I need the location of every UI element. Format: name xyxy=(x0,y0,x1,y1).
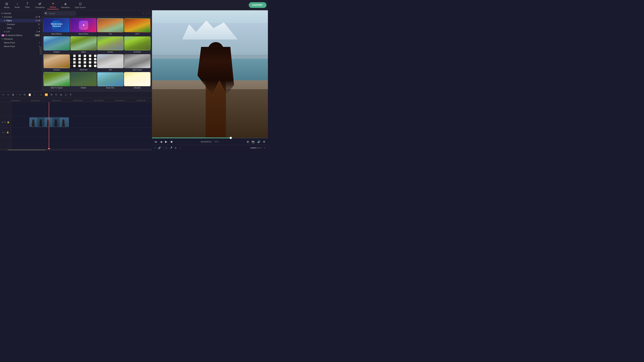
undo-button[interactable]: ↩ xyxy=(2,93,5,96)
color-button[interactable]: ⬡ xyxy=(64,93,68,96)
skip-back-button[interactable]: ⏮ xyxy=(154,140,158,144)
titles-label: Titles xyxy=(25,6,30,8)
export-button[interactable]: EXPORT xyxy=(249,2,266,8)
transform-button[interactable]: ⊞ xyxy=(59,93,63,96)
effect-thumbnail: WondershareFilmstock xyxy=(44,18,70,32)
effect-item-amplash[interactable]: AmPlash xyxy=(124,36,150,54)
sidebar-item-utility[interactable]: Utility 9 xyxy=(0,26,42,30)
copy-button[interactable]: ⧉ xyxy=(23,93,26,96)
person-in-frame xyxy=(40,119,42,127)
clip-frame xyxy=(52,118,60,127)
freeze-button[interactable]: ❄ xyxy=(50,93,53,96)
sidebar-item-meow1[interactable]: Meow Pack 3 xyxy=(0,41,42,44)
sidebar-item-meow2[interactable]: Meow Pack 3 xyxy=(0,44,42,48)
sidebar-item-label: Filmstock xyxy=(4,38,40,40)
track-audio-button[interactable]: ♪ xyxy=(5,131,6,133)
effect-item-70s[interactable]: 70s xyxy=(97,18,124,36)
ruler-time: 00:00:10:00 xyxy=(52,100,73,101)
voiceover-button[interactable]: 🎙 xyxy=(69,93,73,96)
preview-progress-bar[interactable] xyxy=(152,137,268,138)
time-display: 00:00:08:15 xyxy=(201,141,212,143)
effect-item-beautify[interactable]: Beautify xyxy=(124,72,150,90)
sidebar-item-included[interactable]: ▼ Included 287 xyxy=(0,15,42,19)
sidebar-item-filters[interactable]: ▶ Filters 160 xyxy=(0,19,42,22)
sidebar-item-label: AI Stylized Effects xyxy=(5,34,22,36)
track-controls-video: V1 👁 🔒 xyxy=(0,117,11,128)
play-button[interactable]: ▶ xyxy=(164,140,168,144)
toolbar-item-audio[interactable]: ♪ Audio xyxy=(12,1,22,9)
search-input[interactable] xyxy=(44,11,76,15)
marker-button[interactable]: ◇ xyxy=(165,146,168,150)
effect-item-ai-stylizer[interactable]: ✦ More Filters xyxy=(70,18,97,36)
paste-button[interactable]: 📋 xyxy=(28,93,32,96)
sidebar-item-ai-effects[interactable]: AI AI Stylized Effects LUT xyxy=(0,33,42,37)
search-wrapper: 🔍 xyxy=(44,11,140,15)
progress-fill xyxy=(152,137,231,138)
voice-button[interactable]: 🎤 xyxy=(169,146,173,150)
track-number-a1[interactable]: A1 xyxy=(2,131,4,133)
minus-button[interactable]: － xyxy=(178,146,182,150)
rotate-button[interactable]: ↻ xyxy=(54,93,58,96)
edit-toolbar: ↩ ↪ 🗑 ✂ ⧉ 📋 ⟊ ⊹ ⏩ ❄ ↻ ⊞ ⬡ 🎙 xyxy=(0,91,152,98)
audio-button[interactable]: 🔊 xyxy=(256,140,261,144)
audio-label: Audio xyxy=(15,6,20,8)
effect-item-basicblur[interactable]: Basic Blur xyxy=(97,72,124,90)
effect-item-ash[interactable]: Ash xyxy=(97,54,124,72)
frame-back-button[interactable]: ◀ xyxy=(159,140,163,144)
effect-item-aegean[interactable]: Aegean xyxy=(44,36,70,54)
sidebar-item-lut[interactable]: ▶ LUT 28 xyxy=(0,30,42,33)
effect-item-arizona[interactable]: Arizona xyxy=(44,54,70,72)
effect-item-ascii[interactable]: ASCII Art xyxy=(70,54,97,72)
chevron-down-icon[interactable]: ▾ xyxy=(218,141,219,143)
effect-item-bwnoise[interactable]: B&W Noise xyxy=(124,54,150,72)
link-button[interactable]: 🔗 xyxy=(158,146,161,150)
color-scope-button[interactable]: ⊕ xyxy=(174,146,177,150)
toolbar-item-splitscreen[interactable]: ⊡ Split Screen xyxy=(72,1,88,9)
screen-size-button[interactable]: ⊞ xyxy=(246,140,250,144)
effect-item-amaro[interactable]: Amaro xyxy=(97,36,124,54)
effect-thumbnail xyxy=(44,54,70,68)
ruler-time: 00:00:25:00 xyxy=(116,100,137,101)
track-content-empty2 xyxy=(11,137,152,149)
timeline-scrollbar-thumb[interactable] xyxy=(8,149,46,151)
track-content-audio xyxy=(11,128,152,137)
redo-button[interactable]: ↪ xyxy=(6,93,10,96)
toolbar-item-elements[interactable]: ◈ Elements xyxy=(59,1,72,9)
screenshot-button[interactable]: 📷 xyxy=(251,140,256,144)
settings-button[interactable]: ⚙ xyxy=(262,140,266,144)
video-clip[interactable]: C001 xyxy=(30,117,69,127)
track-number-v1[interactable]: V1 xyxy=(1,121,3,123)
cut-button[interactable]: ✂ xyxy=(18,93,22,96)
sidebar-item-favorite[interactable]: ▶ Favorite xyxy=(0,11,42,15)
sidebar-item-overlays[interactable]: Overlays 90 xyxy=(0,22,42,26)
crop-button[interactable]: ⊹ xyxy=(39,93,43,96)
effect-item-baltan[interactable]: Baltan xyxy=(70,72,97,90)
clip-frame xyxy=(30,118,37,127)
grid-view-icon[interactable]: ⋮⋮⋮ xyxy=(142,12,150,15)
effect-item-1977[interactable]: 1977 xyxy=(124,18,150,36)
delete-button[interactable]: 🗑 xyxy=(11,93,15,96)
stop-button[interactable]: ⏹ xyxy=(170,140,174,144)
effect-item-wondershare[interactable]: WondershareFilmstock More Effects xyxy=(44,18,70,36)
track-lock-button-audio[interactable]: 🔒 xyxy=(6,131,9,133)
plus-button[interactable]: ＋ xyxy=(263,146,266,150)
track-lock-button[interactable]: 🔒 xyxy=(7,121,10,123)
track-visibility-button[interactable]: 👁 xyxy=(4,121,6,123)
effect-item-aibao[interactable]: Aibao xyxy=(70,36,97,54)
media-label: Media xyxy=(4,6,10,8)
add-track-button[interactable]: + xyxy=(154,146,156,150)
split-button[interactable]: ⟊ xyxy=(33,93,36,96)
track-row-video: V1 👁 🔒 C001 xyxy=(0,117,152,128)
speed-button[interactable]: ⏩ xyxy=(44,93,48,96)
sidebar-item-filmstock[interactable]: ▼ Filmstock xyxy=(0,37,42,41)
track-row-audio: A1 ♪ 🔒 xyxy=(0,128,152,137)
toolbar-item-media[interactable]: ⊞ Media xyxy=(2,1,12,9)
sidebar-item-label: Included xyxy=(4,16,34,18)
person-layer xyxy=(196,42,236,137)
toolbar-item-titles[interactable]: T Titles xyxy=(22,1,32,9)
toolbar-item-transitions[interactable]: ⇄ Transitions xyxy=(32,1,47,9)
toolbar-item-effects[interactable]: ✦ Effects xyxy=(47,1,58,9)
effect-item-badtv[interactable]: Bad TV Signal xyxy=(44,72,70,90)
sidebar-collapse-button[interactable]: ‹ xyxy=(40,47,42,54)
ruler-time: 00:00:15:00 xyxy=(73,100,94,101)
